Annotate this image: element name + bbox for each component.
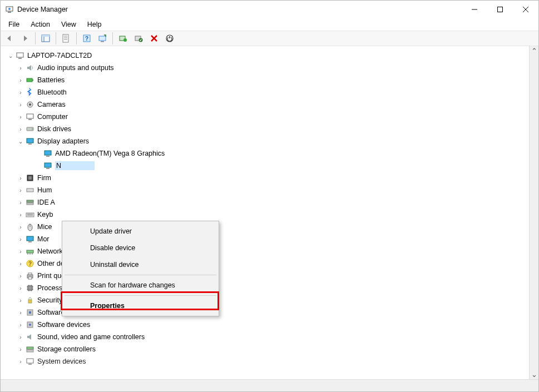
toolbar: ? [1, 31, 538, 46]
title-bar: Device Manager [1, 1, 538, 18]
context-menu-separator [65, 295, 216, 296]
ctx-disable-device[interactable]: Disable device [63, 240, 217, 256]
ide-icon [25, 197, 35, 207]
tree-item-selected-gpu[interactable]: N [3, 160, 529, 172]
chevron-right-icon[interactable]: › [16, 222, 25, 231]
tree-item-firmware[interactable]: ›Firm [3, 172, 529, 184]
display-icon [43, 161, 53, 171]
chevron-down-icon[interactable]: ⌄ [16, 137, 25, 146]
enable-device-toolbar-button[interactable] [163, 32, 176, 45]
chevron-right-icon[interactable]: › [16, 357, 25, 366]
ctx-properties[interactable]: Properties [63, 297, 217, 314]
tree-item-software-devices[interactable]: ›Software devices [3, 319, 529, 331]
show-hide-tree-button[interactable] [39, 32, 52, 45]
scan-hardware-button[interactable] [96, 32, 109, 45]
tree-item-ide[interactable]: ›IDE A [3, 196, 529, 209]
svg-text:?: ? [85, 36, 88, 42]
chevron-right-icon[interactable]: › [16, 247, 25, 256]
computer-icon [25, 112, 35, 122]
printer-icon [25, 271, 35, 281]
camera-icon [25, 100, 35, 110]
maximize-button[interactable] [487, 1, 513, 18]
tree-item-batteries[interactable]: ›Batteries [3, 74, 529, 86]
app-icon [5, 5, 14, 14]
disk-icon [25, 124, 35, 134]
tree-item-display-adapters[interactable]: ⌄Display adapters [3, 135, 529, 147]
tree-item-storage[interactable]: ›Storage controllers [3, 343, 529, 355]
chevron-right-icon[interactable]: › [16, 308, 25, 317]
chevron-right-icon[interactable]: › [16, 210, 25, 219]
chevron-right-icon[interactable]: › [16, 100, 25, 109]
tree-item-bluetooth[interactable]: ›Bluetooth [3, 86, 529, 98]
chevron-right-icon[interactable]: › [16, 259, 25, 268]
menu-help[interactable]: Help [82, 19, 107, 29]
help-button[interactable]: ? [80, 32, 93, 45]
monitor-icon [25, 234, 35, 244]
svg-rect-36 [46, 156, 50, 157]
chevron-right-icon[interactable]: › [16, 320, 25, 329]
tree-item-amd-radeon[interactable]: AMD Radeon(TM) Vega 8 Graphics [3, 147, 529, 160]
back-button[interactable] [3, 32, 16, 45]
chevron-right-icon[interactable]: › [16, 112, 25, 121]
tree-item-computer[interactable]: ›Computer [3, 111, 529, 123]
uninstall-device-toolbar-button[interactable] [147, 32, 161, 45]
chevron-right-icon[interactable]: › [16, 88, 25, 97]
update-driver-toolbar-button[interactable] [116, 32, 130, 45]
vertical-scrollbar[interactable]: ⌃ ⌄ [529, 46, 538, 379]
svg-rect-75 [27, 350, 33, 352]
tree-root[interactable]: ⌄ LAPTOP-7ADCLT2D [3, 49, 529, 62]
chevron-right-icon[interactable]: › [16, 296, 25, 305]
tree-item-system[interactable]: ›System devices [3, 355, 529, 368]
ctx-scan-hardware[interactable]: Scan for hardware changes [63, 277, 217, 294]
svg-rect-30 [28, 119, 32, 120]
chevron-right-icon[interactable]: › [16, 125, 25, 133]
tree-item-keyboards[interactable]: ›Keyb [3, 209, 529, 221]
scroll-up-button[interactable]: ⌃ [530, 46, 539, 56]
battery-icon [25, 75, 35, 85]
chevron-right-icon[interactable]: › [16, 333, 25, 341]
close-button[interactable] [513, 1, 538, 18]
tree-item-cameras[interactable]: ›Cameras [3, 98, 529, 111]
disable-device-toolbar-button[interactable] [132, 32, 145, 45]
chevron-right-icon[interactable]: › [16, 173, 25, 182]
svg-rect-69 [28, 300, 32, 303]
menu-view[interactable]: View [56, 19, 82, 29]
tree-item-sound-video[interactable]: ›Sound, video and game controllers [3, 331, 529, 343]
svg-rect-37 [44, 163, 51, 167]
chevron-right-icon[interactable]: › [16, 271, 25, 280]
minimize-button[interactable] [462, 1, 487, 18]
svg-rect-49 [27, 236, 33, 241]
menu-action[interactable]: Action [25, 19, 56, 29]
chevron-right-icon[interactable]: › [16, 235, 25, 244]
ctx-update-driver[interactable]: Update driver [63, 223, 217, 240]
chevron-right-icon[interactable]: › [16, 345, 25, 354]
bluetooth-icon [25, 87, 35, 97]
tree-item-audio[interactable]: ›Audio inputs and outputs [3, 62, 529, 74]
svg-rect-59 [28, 277, 32, 279]
forward-button[interactable] [18, 32, 32, 45]
scroll-down-button[interactable]: ⌄ [530, 370, 539, 379]
svg-rect-51 [27, 250, 33, 253]
chevron-right-icon[interactable]: › [16, 76, 25, 85]
computer-root-icon [15, 51, 25, 61]
svg-rect-71 [29, 311, 31, 314]
chevron-right-icon[interactable]: › [16, 284, 25, 292]
tree-item-disk-drives[interactable]: ›Disk drives [3, 123, 529, 135]
device-tree[interactable]: ⌄ LAPTOP-7ADCLT2D ›Audio inputs and outp… [1, 46, 529, 379]
security-icon [25, 295, 35, 305]
content-area: ⌄ LAPTOP-7ADCLT2D ›Audio inputs and outp… [1, 46, 538, 379]
network-icon [25, 246, 35, 256]
ctx-uninstall-device[interactable]: Uninstall device [63, 256, 217, 273]
svg-rect-76 [27, 359, 33, 363]
svg-rect-24 [18, 58, 22, 59]
svg-point-32 [32, 128, 33, 130]
menu-file[interactable]: File [3, 19, 25, 29]
chevron-right-icon[interactable]: › [16, 63, 25, 72]
tree-root-label: LAPTOP-7ADCLT2D [27, 52, 92, 59]
chevron-right-icon[interactable]: › [16, 186, 25, 195]
tree-item-hid[interactable]: ›Hum [3, 184, 529, 196]
properties-button[interactable] [60, 32, 73, 45]
speaker-icon [25, 63, 35, 73]
chevron-right-icon[interactable]: › [16, 198, 25, 207]
expander-icon[interactable]: ⌄ [6, 51, 15, 60]
